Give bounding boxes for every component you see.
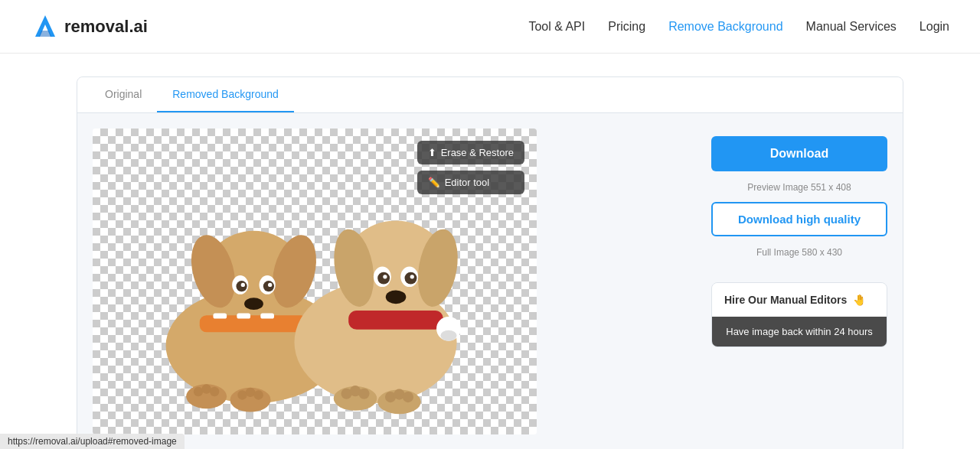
svg-point-36 — [440, 330, 456, 341]
header: removal.ai Tool & API Pricing Remove Bac… — [0, 0, 980, 54]
svg-point-31 — [383, 275, 387, 278]
nav-links: Tool & API Pricing Remove Background Man… — [528, 20, 949, 34]
svg-point-33 — [386, 290, 407, 304]
tabs: Original Removed Background — [77, 77, 903, 113]
logo-text: removal.ai — [64, 17, 148, 37]
svg-point-9 — [268, 283, 272, 287]
manual-editors-bottom: Have image back within 24 hours — [712, 317, 887, 347]
svg-point-8 — [241, 283, 245, 287]
nav-remove-bg[interactable]: Remove Background — [668, 20, 782, 34]
download-button[interactable]: Download — [711, 136, 887, 171]
erase-restore-button[interactable]: ⬆ Erase & Restore — [417, 141, 524, 164]
logo-area: removal.ai — [31, 12, 148, 41]
panel: Original Removed Background — [77, 76, 903, 449]
download-hq-button[interactable]: Download high quality — [711, 202, 887, 236]
nav-login[interactable]: Login — [920, 20, 949, 34]
right-panel: Download Preview Image 551 x 408 Downloa… — [711, 129, 887, 347]
svg-point-18 — [201, 384, 211, 393]
manual-editors-top: Hire Our Manual Editors 🤚 — [712, 283, 887, 317]
svg-point-41 — [358, 389, 369, 399]
content: ⬆ Erase & Restore ✏️ Editor tool Downloa… — [77, 113, 903, 449]
svg-point-44 — [403, 392, 413, 402]
editor-tool-button[interactable]: ✏️ Editor tool — [417, 171, 524, 194]
svg-rect-14 — [260, 314, 274, 319]
nav-pricing[interactable]: Pricing — [608, 20, 645, 34]
erase-icon: ⬆ — [428, 147, 436, 158]
nav-manual-services[interactable]: Manual Services — [806, 20, 897, 34]
nav-tool-api[interactable]: Tool & API — [528, 20, 585, 34]
svg-point-21 — [246, 388, 255, 397]
svg-point-20 — [237, 390, 247, 399]
url-text: https://removal.ai/upload#removed-image — [8, 436, 177, 447]
svg-point-19 — [210, 387, 219, 396]
url-bar: https://removal.ai/upload#removed-image — [0, 434, 185, 449]
logo-icon — [31, 12, 60, 41]
editor-icon: ✏️ — [428, 177, 440, 188]
preview-info: Preview Image 551 x 408 — [711, 182, 887, 193]
manual-editors-card[interactable]: Hire Our Manual Editors 🤚 Have image bac… — [711, 282, 887, 347]
main: Original Removed Background — [0, 54, 980, 449]
image-wrapper: ⬆ Erase & Restore ✏️ Editor tool — [93, 129, 537, 434]
tab-original[interactable]: Original — [90, 77, 157, 112]
manual-editors-title: Hire Our Manual Editors — [724, 294, 847, 306]
svg-rect-12 — [213, 314, 227, 319]
svg-rect-34 — [348, 311, 443, 330]
hand-icon: 🤚 — [853, 294, 866, 306]
image-section: ⬆ Erase & Restore ✏️ Editor tool — [93, 129, 688, 438]
toolbar-buttons: ⬆ Erase & Restore ✏️ Editor tool — [417, 141, 524, 194]
svg-point-10 — [244, 298, 263, 310]
svg-point-22 — [253, 390, 263, 399]
full-info: Full Image 580 x 430 — [711, 247, 887, 258]
tab-removed-background[interactable]: Removed Background — [157, 77, 294, 112]
svg-point-32 — [410, 275, 414, 278]
svg-rect-13 — [237, 314, 250, 319]
svg-point-17 — [194, 387, 203, 396]
